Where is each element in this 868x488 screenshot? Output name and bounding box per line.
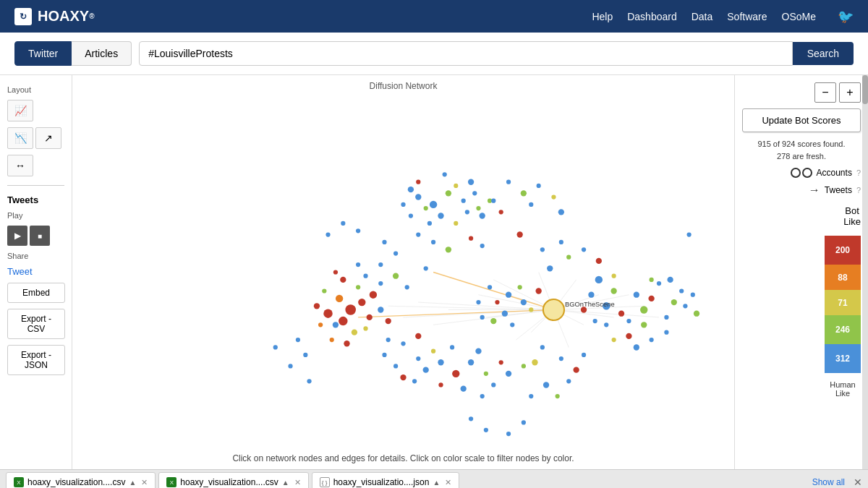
- tweets-legend-label: Tweets: [825, 185, 852, 195]
- stop-button[interactable]: ■: [30, 226, 50, 246]
- color-bar-4[interactable]: 312: [825, 344, 861, 373]
- chevron-2: ▲: [282, 479, 289, 487]
- layout-btn-3[interactable]: ↔: [7, 155, 33, 176]
- network-area: Diffusion Network: [72, 75, 734, 469]
- svg-point-25: [339, 317, 347, 325]
- right-panel: − + Update Bot Scores 915 of 924 scores …: [734, 75, 868, 469]
- svg-point-71: [431, 240, 435, 244]
- bottom-close-icon[interactable]: ✕: [854, 476, 862, 488]
- svg-point-137: [382, 353, 386, 357]
- svg-point-176: [326, 232, 330, 236]
- svg-point-132: [506, 371, 511, 377]
- svg-point-156: [543, 382, 549, 388]
- svg-point-74: [416, 232, 420, 236]
- color-bar-1[interactable]: 88: [825, 265, 861, 290]
- bottom-bar: X hoaxy_visualization....csv ▲ ✕ X hoaxy…: [0, 469, 868, 488]
- tweets-help-icon[interactable]: ?: [856, 186, 861, 194]
- file-tab-1[interactable]: X hoaxy_visualization....csv ▲ ✕: [6, 472, 156, 488]
- svg-point-49: [424, 206, 428, 210]
- close-file-3[interactable]: ✕: [445, 478, 451, 487]
- network-canvas[interactable]: BGOnTheScene: [72, 75, 734, 469]
- divider-1: [7, 185, 64, 186]
- right-scrollbar-thumb[interactable]: [862, 75, 868, 104]
- update-bot-scores-button[interactable]: Update Bot Scores: [742, 108, 861, 132]
- svg-point-95: [679, 288, 684, 293]
- nav-data[interactable]: Data: [692, 11, 713, 22]
- close-file-2[interactable]: ✕: [294, 478, 301, 487]
- svg-point-134: [412, 379, 417, 383]
- file-tab-2[interactable]: X hoaxy_visualization....csv ▲ ✕: [158, 472, 308, 488]
- svg-point-82: [634, 292, 639, 298]
- close-file-1[interactable]: ✕: [141, 478, 148, 487]
- svg-point-111: [529, 307, 533, 312]
- color-scale[interactable]: 2008871246312: [742, 236, 861, 373]
- svg-point-55: [468, 179, 474, 185]
- svg-point-169: [288, 364, 292, 368]
- svg-point-150: [393, 273, 399, 279]
- zoom-out-button[interactable]: −: [814, 82, 836, 103]
- articles-tab[interactable]: Articles: [72, 41, 132, 66]
- left-sidebar: Layout 📈 📉 ↗ ↔ Tweets Play ▶ ■ Share Twe…: [0, 75, 72, 469]
- svg-point-173: [506, 432, 511, 436]
- accounts-help-icon[interactable]: ?: [856, 168, 861, 177]
- play-button[interactable]: ▶: [7, 226, 27, 246]
- svg-point-161: [540, 345, 545, 349]
- svg-point-106: [506, 292, 511, 298]
- csv-icon-1: X: [14, 477, 24, 487]
- svg-point-115: [490, 318, 496, 324]
- show-all-button[interactable]: Show all: [807, 477, 851, 487]
- layout-share-btn[interactable]: ↗: [35, 127, 61, 149]
- zoom-controls: − +: [742, 82, 861, 103]
- svg-point-88: [588, 292, 594, 298]
- svg-point-85: [648, 296, 654, 301]
- svg-point-92: [664, 315, 668, 320]
- nav-software[interactable]: Software: [727, 11, 767, 22]
- svg-point-75: [469, 236, 473, 241]
- svg-point-166: [686, 232, 691, 236]
- svg-point-100: [664, 330, 668, 335]
- svg-point-31: [356, 285, 360, 289]
- layout-btn-2[interactable]: 📉: [7, 127, 33, 149]
- zoom-in-button[interactable]: +: [839, 82, 861, 103]
- color-bar-0[interactable]: 200: [825, 236, 861, 265]
- svg-point-38: [322, 288, 326, 293]
- svg-point-129: [475, 348, 481, 354]
- search-input[interactable]: [139, 41, 793, 66]
- svg-point-159: [573, 367, 579, 373]
- twitter-tab[interactable]: Twitter: [14, 41, 72, 66]
- svg-point-32: [370, 291, 377, 298]
- svg-point-99: [634, 344, 639, 350]
- layout-btn-1[interactable]: 📈: [7, 100, 33, 121]
- embed-button[interactable]: Embed: [7, 283, 65, 303]
- nav-help[interactable]: Help: [592, 11, 613, 22]
- right-scrollbar[interactable]: [862, 75, 868, 469]
- svg-point-138: [386, 338, 391, 342]
- svg-point-144: [566, 255, 571, 260]
- svg-point-62: [409, 213, 413, 218]
- svg-point-152: [424, 266, 428, 270]
- color-bar-3[interactable]: 246: [825, 315, 861, 344]
- svg-point-98: [612, 338, 616, 342]
- logo-icon: ↻: [14, 8, 32, 25]
- svg-point-30: [333, 322, 339, 328]
- export-csv-button[interactable]: Export - CSV: [7, 309, 65, 339]
- svg-point-45: [461, 199, 466, 203]
- tweet-link[interactable]: Tweet: [7, 266, 64, 277]
- search-button[interactable]: Search: [793, 42, 854, 65]
- twitter-nav-icon[interactable]: 🐦: [838, 9, 854, 25]
- svg-point-79: [610, 288, 616, 294]
- score-info: 915 of 924 scores found. 278 are fresh.: [742, 138, 861, 162]
- color-bar-2[interactable]: 71: [825, 290, 861, 315]
- file-tab-3[interactable]: { } hoaxy_visualizatio....json ▲ ✕: [312, 472, 460, 488]
- svg-point-147: [596, 258, 602, 264]
- file-name-2: hoaxy_visualization....csv: [180, 477, 278, 487]
- export-json-button[interactable]: Export - JSON: [7, 345, 65, 375]
- svg-point-119: [452, 370, 459, 377]
- layout-btn-group: 📉 ↗: [7, 127, 64, 149]
- svg-point-126: [480, 394, 485, 398]
- svg-point-123: [491, 382, 495, 387]
- chevron-1: ▲: [129, 479, 136, 487]
- svg-point-67: [551, 194, 556, 199]
- nav-dashboard[interactable]: Dashboard: [627, 11, 677, 22]
- nav-osome[interactable]: OSoMe: [782, 11, 816, 22]
